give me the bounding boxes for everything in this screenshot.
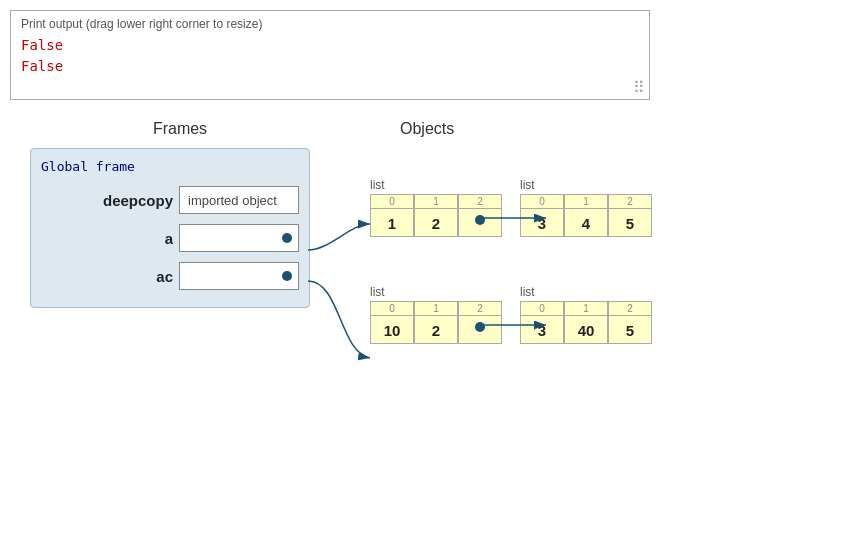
list-a-label: list [370,178,502,192]
list-ac-inner-label: list [520,285,652,299]
frame-cell-ac [179,262,299,290]
objects-header: Objects [400,120,454,138]
frame-row-ac: ac [41,262,299,290]
list-ac-cell-2: 2 [458,301,502,344]
list-a-inner-label: list [520,178,652,192]
list-a-cell-1: 1 2 [414,194,458,237]
list-ac-inner-container: list 0 3 1 40 2 5 [520,285,652,344]
list-a-cell-2: 2 [458,194,502,237]
print-output-content: False False [21,35,639,77]
list-ac-inner-cell-0: 0 3 [520,301,564,344]
list-a-inner-cell-1: 1 4 [564,194,608,237]
list-a-cells: 0 1 1 2 2 [370,194,502,237]
list-ac-inner-cell-2: 2 5 [608,301,652,344]
var-name-a: a [113,230,173,247]
print-output-label: Print output (drag lower right corner to… [21,17,639,31]
frame-cell-a [179,224,299,252]
resize-handle[interactable]: ⠿ [633,78,645,97]
list-ac-cell-1: 1 2 [414,301,458,344]
section-headers: Frames Objects [30,120,846,138]
list-a-group: list 0 1 1 2 2 [370,178,652,237]
global-frame: Global frame deepcopy imported object a [30,148,310,308]
list-a-cell-0: 0 1 [370,194,414,237]
print-line-2: False [21,56,639,77]
list-ac-group: list 0 10 1 2 2 [370,285,652,344]
frame-cell-ac-dot [282,271,292,281]
list-ac-inner-cell-1: 1 40 [564,301,608,344]
list-ac-cells: 0 10 1 2 2 [370,301,502,344]
frame-rows: deepcopy imported object a ac [41,186,299,290]
list-ac-container: list 0 10 1 2 2 [370,285,502,344]
list-a-inner-cell-2: 2 5 [608,194,652,237]
imported-object-label: imported object [188,193,277,208]
frame-title: Global frame [41,159,299,174]
diagram-area: Frames Objects Global frame deepcopy imp… [10,120,846,344]
list-a-inner-cell-0: 0 3 [520,194,564,237]
var-name-ac: ac [113,268,173,285]
print-line-1: False [21,35,639,56]
list-a-inner-container: list 0 3 1 4 2 5 [520,178,652,237]
frame-row-a: a [41,224,299,252]
list-ac-label: list [370,285,502,299]
var-name-deepcopy: deepcopy [103,192,173,209]
frames-header: Frames [80,120,280,138]
print-output-box: Print output (drag lower right corner to… [10,10,650,100]
frame-cell-a-dot [282,233,292,243]
list-a-container: list 0 1 1 2 2 [370,178,502,237]
objects-panel: list 0 1 1 2 2 [370,178,652,344]
frame-row-deepcopy: deepcopy imported object [41,186,299,214]
list-ac-inner-cells: 0 3 1 40 2 5 [520,301,652,344]
frame-cell-deepcopy: imported object [179,186,299,214]
list-a-inner-cells: 0 3 1 4 2 5 [520,194,652,237]
list-ac-cell-0: 0 10 [370,301,414,344]
